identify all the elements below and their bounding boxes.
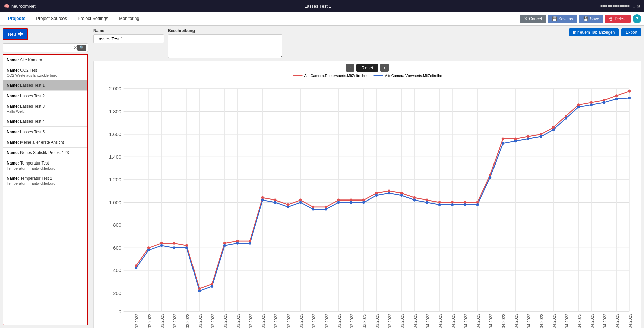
- svg-point-153: [249, 242, 251, 245]
- chart-prev-button[interactable]: ‹: [346, 64, 354, 72]
- project-list-item[interactable]: Name: CO2 TestCO2 Werte aus Entwicklerbü…: [3, 65, 87, 80]
- svg-point-170: [464, 203, 466, 206]
- svg-text:13.04.2023: 13.04.2023: [527, 314, 531, 328]
- svg-point-171: [476, 203, 479, 206]
- name-label: Name: [93, 28, 164, 33]
- window-title: Lasses Test 1: [304, 4, 331, 9]
- project-list-item[interactable]: Name: Lasses Test 2: [3, 91, 87, 101]
- user-area: ■■■■■■■■■■■■ ⊟ ⊠: [600, 4, 640, 8]
- svg-text:02.04.2023: 02.04.2023: [426, 314, 430, 328]
- legend-red-label: AlteCamera.Rueckwaerts.MitZeitreihe: [304, 74, 367, 78]
- svg-point-155: [274, 201, 276, 204]
- cancel-button[interactable]: ✕ Cancel: [520, 15, 546, 23]
- chart-container: ‹ Reset › AlteCamera.Rueckwaerts.MitZeit…: [93, 61, 641, 328]
- chart-navigation: ‹ Reset ›: [96, 64, 638, 72]
- tab-projects[interactable]: Projects: [3, 13, 31, 24]
- legend-red-color: [293, 75, 303, 76]
- chart-next-button[interactable]: ›: [380, 64, 389, 72]
- svg-point-146: [160, 244, 163, 247]
- project-list-item[interactable]: Name: Temperatur TestTemperatur im Entwi…: [3, 158, 87, 173]
- svg-text:18.04.2023: 18.04.2023: [577, 314, 582, 328]
- svg-text:1.200: 1.200: [109, 177, 121, 182]
- export-button[interactable]: Export: [621, 28, 641, 36]
- tab-project-sources[interactable]: Project Sources: [31, 13, 72, 24]
- user-info: ■■■■■■■■■■■■: [600, 4, 630, 8]
- delete-icon: 🗑: [609, 16, 613, 21]
- svg-text:09.03.2023: 09.03.2023: [160, 314, 165, 328]
- project-list-item[interactable]: Name: Temperatur Test 2Temperatur im Ent…: [3, 173, 87, 188]
- project-item-name: Name: Lasses Test 1: [7, 83, 84, 88]
- svg-point-143: [628, 90, 631, 93]
- nav-tabs: Projects Project Sources Project Setting…: [0, 12, 644, 26]
- project-list: Name: Alte KameraName: CO2 TestCO2 Werte…: [3, 54, 88, 325]
- svg-point-145: [147, 249, 150, 251]
- project-item-desc: CO2 Werte aus Entwicklerbüro: [7, 73, 84, 77]
- svg-point-178: [565, 117, 567, 120]
- desc-textarea[interactable]: [168, 34, 282, 58]
- svg-point-174: [514, 140, 517, 142]
- svg-text:23.04.2023: 23.04.2023: [628, 314, 633, 328]
- svg-text:04.04.2023: 04.04.2023: [451, 314, 456, 328]
- project-list-item[interactable]: Name: Meine aller erste Ansicht: [3, 137, 87, 148]
- form-area: Name Beschreibung In neuem Tab anzeigen …: [93, 28, 641, 58]
- svg-text:600: 600: [113, 245, 121, 251]
- svg-text:08.03.2023: 08.03.2023: [147, 314, 152, 328]
- svg-text:11.04.2023: 11.04.2023: [501, 314, 506, 328]
- delete-button[interactable]: 🗑 Delete: [605, 15, 631, 23]
- project-item-desc: Temperatur im Entwicklerbüro: [7, 181, 84, 185]
- save-icon: 💾: [583, 16, 588, 21]
- help-button[interactable]: ?: [633, 14, 641, 23]
- svg-point-180: [590, 103, 593, 106]
- chart-reset-button[interactable]: Reset: [356, 64, 379, 72]
- svg-text:17.04.2023: 17.04.2023: [565, 314, 569, 328]
- svg-text:400: 400: [113, 268, 121, 273]
- save-as-icon: 💾: [552, 16, 557, 21]
- project-list-item[interactable]: Name: Neues Statistik-Projekt 123: [3, 148, 87, 158]
- search-input[interactable]: [4, 44, 73, 51]
- svg-text:200: 200: [113, 291, 121, 296]
- project-item-name: Name: Lasses Test 4: [7, 119, 84, 124]
- save-button[interactable]: 💾 Save: [579, 15, 603, 23]
- svg-text:23.03.2023: 23.03.2023: [312, 314, 316, 328]
- svg-point-182: [615, 98, 618, 100]
- project-item-desc: Temperatur im Entwicklerbüro: [7, 166, 84, 170]
- project-item-name: Name: Temperatur Test 2: [7, 176, 84, 181]
- svg-point-176: [540, 135, 542, 138]
- project-list-item[interactable]: Name: Lasses Test 4: [3, 116, 87, 127]
- project-list-item[interactable]: Name: Lasses Test 1: [3, 80, 87, 91]
- svg-text:25.03.2023: 25.03.2023: [337, 314, 342, 328]
- project-list-item[interactable]: Name: Lasses Test 5: [3, 127, 87, 137]
- svg-text:29.03.2023: 29.03.2023: [375, 314, 380, 328]
- svg-text:11.03.2023: 11.03.2023: [185, 314, 190, 328]
- svg-text:16.03.2023: 16.03.2023: [236, 314, 241, 328]
- svg-text:07.03.2023: 07.03.2023: [135, 314, 139, 328]
- project-item-name: Name: Lasses Test 5: [7, 130, 84, 134]
- svg-text:31.03.2023: 31.03.2023: [400, 314, 405, 328]
- svg-point-158: [312, 208, 314, 211]
- svg-point-160: [337, 201, 340, 204]
- svg-point-166: [413, 199, 416, 202]
- project-list-item[interactable]: Name: Alte Kamera: [3, 55, 87, 65]
- name-field-group: Name: [93, 28, 164, 43]
- svg-point-154: [261, 199, 264, 202]
- chart-legend: AlteCamera.Rueckwaerts.MitZeitreihe Alte…: [96, 74, 638, 78]
- svg-point-167: [426, 201, 428, 204]
- svg-text:24.03.2023: 24.03.2023: [325, 314, 329, 328]
- search-submit-button[interactable]: 🔍: [77, 45, 86, 51]
- legend-red: AlteCamera.Rueckwaerts.MitZeitreihe: [293, 74, 367, 78]
- action-buttons: ✕ Cancel 💾 Save as 💾 Save 🗑 Delete ?: [520, 14, 641, 23]
- view-in-tab-button[interactable]: In neuem Tab anzeigen: [569, 28, 619, 36]
- svg-point-173: [502, 142, 504, 145]
- tab-project-settings[interactable]: Project Settings: [72, 13, 114, 24]
- clear-search-button[interactable]: ✕: [73, 45, 77, 50]
- svg-text:06.04.2023: 06.04.2023: [476, 314, 481, 328]
- svg-point-179: [577, 106, 580, 108]
- svg-point-147: [173, 246, 175, 249]
- form-right-actions: In neuem Tab anzeigen Export: [569, 28, 641, 36]
- new-project-button[interactable]: Neu ✚: [3, 28, 28, 40]
- save-as-button[interactable]: 💾 Save as: [548, 15, 577, 23]
- desc-label: Beschreibung: [168, 28, 282, 33]
- project-list-item[interactable]: Name: Lasses Test 3Hallo Welt!: [3, 101, 87, 116]
- tab-monitoring[interactable]: Monitoring: [114, 13, 145, 24]
- name-input[interactable]: [93, 34, 164, 43]
